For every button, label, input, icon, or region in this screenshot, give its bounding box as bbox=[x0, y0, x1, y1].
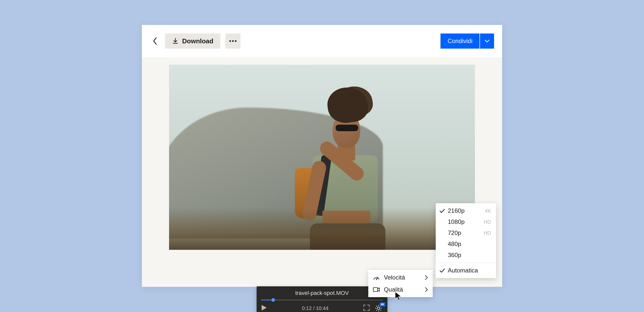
svg-line-10 bbox=[380, 310, 381, 311]
quality-option-360p[interactable]: 360p bbox=[436, 250, 496, 261]
video-filename: travel-pack-spot.MOV bbox=[257, 290, 387, 296]
quality-option-1080p[interactable]: 1080p HD bbox=[436, 216, 496, 227]
play-icon bbox=[261, 304, 267, 311]
settings-menu: Velocità Qualità bbox=[368, 270, 433, 297]
quality-option-auto[interactable]: Automatica bbox=[436, 265, 496, 276]
fullscreen-button[interactable] bbox=[363, 304, 370, 312]
content-area: travel-pack-spot.MOV 0:12 / 10:44 bbox=[142, 57, 502, 287]
quality-label: 480p bbox=[448, 240, 489, 248]
quality-badge: 4K bbox=[380, 302, 385, 306]
video-preview-window: Download Condividi bbox=[142, 25, 502, 287]
svg-point-0 bbox=[229, 40, 231, 42]
header-bar: Download Condividi bbox=[142, 25, 502, 57]
download-button[interactable]: Download bbox=[165, 33, 220, 49]
svg-line-9 bbox=[376, 306, 377, 307]
settings-item-label: Qualità bbox=[384, 286, 421, 293]
settings-button[interactable]: 4K bbox=[374, 304, 383, 312]
settings-item-label: Velocità bbox=[384, 274, 421, 281]
svg-line-11 bbox=[376, 310, 377, 311]
chevron-right-icon bbox=[425, 275, 428, 280]
svg-rect-15 bbox=[373, 288, 378, 292]
quality-label: 720p bbox=[448, 229, 482, 236]
settings-item-speed[interactable]: Velocità bbox=[368, 271, 433, 284]
share-button-group: Condividi bbox=[440, 33, 494, 49]
quality-label: Automatica bbox=[448, 267, 491, 274]
expand-icon bbox=[363, 304, 370, 311]
quality-tag: 4K bbox=[485, 208, 491, 214]
quality-label: 1080p bbox=[448, 218, 482, 225]
share-dropdown-button[interactable] bbox=[480, 33, 494, 49]
quality-option-720p[interactable]: 720p HD bbox=[436, 227, 496, 238]
chevron-left-icon bbox=[153, 37, 157, 45]
speedometer-icon bbox=[373, 274, 380, 281]
quality-label: 2160p bbox=[448, 207, 483, 214]
quality-tag: HD bbox=[484, 230, 491, 236]
settings-item-quality[interactable]: Qualità bbox=[368, 284, 433, 296]
check-icon bbox=[439, 268, 445, 273]
quality-option-2160p[interactable]: 2160p 4K bbox=[436, 205, 496, 216]
check-icon bbox=[439, 209, 445, 213]
svg-marker-3 bbox=[262, 305, 267, 310]
chevron-right-icon bbox=[425, 287, 428, 292]
chevron-down-icon bbox=[485, 39, 490, 43]
quality-tag: HD bbox=[484, 219, 491, 225]
time-display: 0:12 / 10:44 bbox=[272, 305, 359, 311]
quality-menu: 2160p 4K 1080p HD 720p HD 480p 360p bbox=[436, 203, 496, 278]
download-label: Download bbox=[182, 37, 213, 45]
svg-point-4 bbox=[377, 307, 380, 309]
download-icon bbox=[172, 38, 179, 44]
video-frame[interactable] bbox=[169, 65, 475, 250]
video-icon bbox=[373, 287, 380, 292]
svg-point-14 bbox=[376, 279, 377, 280]
quality-option-480p[interactable]: 480p bbox=[436, 238, 496, 250]
quality-label: 360p bbox=[448, 252, 489, 259]
share-label: Condividi bbox=[448, 38, 472, 45]
back-button[interactable] bbox=[150, 36, 160, 46]
svg-point-1 bbox=[232, 40, 234, 42]
more-options-button[interactable] bbox=[225, 33, 240, 49]
more-horizontal-icon bbox=[229, 40, 237, 42]
svg-point-2 bbox=[235, 40, 236, 42]
progress-bar[interactable] bbox=[261, 299, 383, 301]
share-button[interactable]: Condividi bbox=[440, 33, 479, 49]
play-button[interactable] bbox=[261, 304, 267, 312]
video-player-controls: travel-pack-spot.MOV 0:12 / 10:44 bbox=[257, 286, 387, 312]
progress-thumb[interactable] bbox=[271, 298, 275, 302]
